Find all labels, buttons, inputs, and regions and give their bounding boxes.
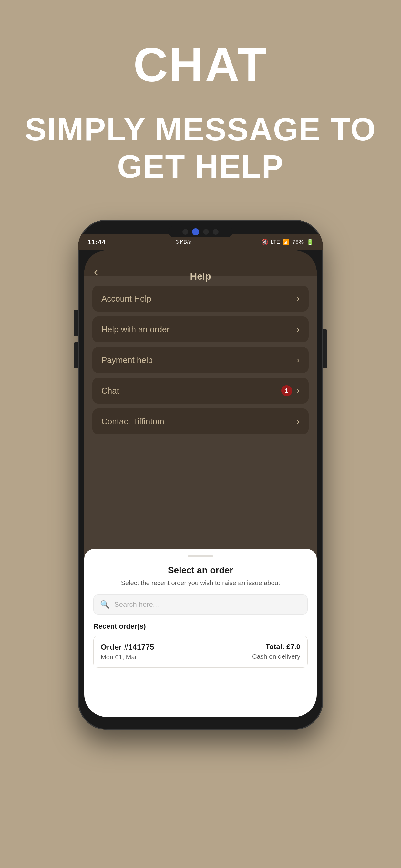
chat-badge: 1 <box>281 385 292 396</box>
menu-item-payment-help-right: › <box>297 355 300 365</box>
status-time: 11:44 <box>88 238 105 246</box>
menu-item-chat-right: 1 › <box>281 385 300 396</box>
order-info-right: Total: £7.0 Cash on delivery <box>252 643 300 660</box>
chevron-right-icon: › <box>297 293 300 304</box>
phone-screen: ‹ Help Account Help › Help with an order <box>84 250 317 717</box>
phone-mockup: 11:44 3 KB/s 🔇 LTE 📶 78% 🔋 ‹ Help <box>78 220 323 730</box>
page-title: CHAT <box>0 39 401 91</box>
sheet-subtitle: Select the recent order you wish to rais… <box>93 579 308 587</box>
menu-item-payment-help-label: Payment help <box>101 355 153 365</box>
menu-item-help-order-right: › <box>297 324 300 335</box>
order-info-left: Order #141775 Mon 01, Mar <box>101 643 154 661</box>
menu-item-payment-help[interactable]: Payment help › <box>92 347 309 373</box>
page-subtitle: SIMPLY MESSAGE TO GET HELP <box>0 111 401 185</box>
menu-item-contact[interactable]: Contact Tiffintom › <box>92 408 309 434</box>
order-card[interactable]: Order #141775 Mon 01, Mar Total: £7.0 Ca… <box>93 636 308 668</box>
phone-body: 11:44 3 KB/s 🔇 LTE 📶 78% 🔋 ‹ Help <box>78 220 323 730</box>
camera-notch <box>168 226 233 237</box>
battery-text: 78% <box>292 239 304 246</box>
battery-icon: 🔋 <box>306 239 313 246</box>
menu-list: Account Help › Help with an order › <box>84 276 317 444</box>
menu-item-help-order-label: Help with an order <box>101 324 169 335</box>
menu-item-account-help[interactable]: Account Help › <box>92 286 309 312</box>
header-section: CHAT SIMPLY MESSAGE TO GET HELP <box>0 0 401 185</box>
search-placeholder-text: Search here... <box>114 600 159 609</box>
chevron-right-icon-5: › <box>297 416 300 427</box>
bottom-sheet: Select an order Select the recent order … <box>84 549 317 717</box>
front-camera <box>192 228 199 236</box>
menu-item-chat[interactable]: Chat 1 › <box>92 378 309 404</box>
page-background: CHAT SIMPLY MESSAGE TO GET HELP 11:44 3 … <box>0 0 401 868</box>
order-total: Total: £7.0 <box>252 643 300 651</box>
camera-dot <box>182 229 188 235</box>
menu-item-contact-right: › <box>297 416 300 427</box>
lte-icon: LTE <box>271 239 280 245</box>
recent-orders-label: Recent order(s) <box>93 622 308 631</box>
menu-item-account-help-label: Account Help <box>101 294 151 304</box>
chevron-right-icon-3: › <box>297 355 300 365</box>
status-right-icons: 🔇 LTE 📶 78% 🔋 <box>261 239 313 246</box>
app-header: ‹ Help <box>84 250 317 276</box>
chevron-right-icon-2: › <box>297 324 300 335</box>
volume-up-button <box>74 310 78 336</box>
menu-item-contact-label: Contact Tiffintom <box>101 416 164 427</box>
power-button <box>323 330 327 368</box>
sensor-dot-2 <box>213 229 219 235</box>
menu-item-chat-label: Chat <box>101 386 119 396</box>
volume-down-button <box>74 342 78 368</box>
app-header-title: Help <box>190 271 211 282</box>
wifi-icon: 📶 <box>282 239 289 246</box>
chevron-right-icon-4: › <box>297 385 300 396</box>
order-payment: Cash on delivery <box>252 653 300 660</box>
sensor-dot <box>203 229 209 235</box>
sheet-title: Select an order <box>93 565 308 576</box>
menu-item-account-help-right: › <box>297 293 300 304</box>
search-box[interactable]: 🔍 Search here... <box>93 594 308 615</box>
mute-icon: 🔇 <box>261 239 268 246</box>
data-speed: 3 KB/s <box>176 239 191 245</box>
sheet-handle <box>188 555 213 557</box>
order-number: Order #141775 <box>101 643 154 652</box>
back-arrow-icon[interactable]: ‹ <box>94 265 98 279</box>
menu-item-help-order[interactable]: Help with an order › <box>92 316 309 342</box>
search-icon: 🔍 <box>100 600 110 609</box>
order-date: Mon 01, Mar <box>101 654 154 661</box>
